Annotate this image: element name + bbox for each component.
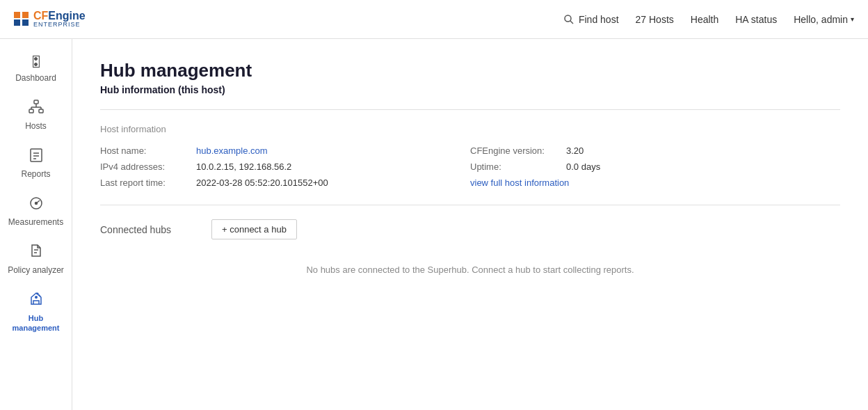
logo-engine: Engine (48, 10, 85, 22)
host-info-section-title: Host information (100, 124, 840, 134)
last-report-row: Last report time: 2022-03-28 05:52:20.10… (100, 178, 470, 188)
svg-point-14 (35, 203, 37, 205)
uptime-value: 0.0 days (566, 161, 600, 172)
sidebar-item-hosts[interactable]: Hosts (0, 91, 72, 139)
layout: 🎛 Dashboard Hosts (0, 39, 868, 410)
sidebar-item-label-policy-analyzer: Policy analyzer (8, 265, 64, 275)
hosts-icon (29, 100, 44, 118)
connect-hub-button[interactable]: + connect a hub (211, 219, 297, 239)
ipv4-label: IPv4 addresses: (100, 161, 191, 172)
divider-top (100, 109, 840, 110)
divider-hubs (100, 205, 840, 205)
svg-rect-9 (31, 149, 42, 161)
logo: CFEngine ENTERPRISE (14, 10, 86, 29)
svg-point-17 (35, 296, 38, 299)
host-name-value[interactable]: hub.example.com (196, 145, 268, 156)
logo-grid-icon (14, 12, 29, 26)
main-content: Hub management Hub information (this hos… (72, 39, 868, 410)
view-full-row: view full host information (470, 178, 840, 188)
sidebar: 🎛 Dashboard Hosts (0, 39, 72, 410)
sidebar-item-label-hub-management: Hub management (6, 313, 66, 333)
logo-cf: CF (33, 10, 48, 22)
uptime-label: Uptime: (470, 161, 561, 172)
reports-icon (29, 148, 44, 166)
connected-hubs-row: Connected hubs + connect a hub (100, 219, 840, 239)
logo-enterprise: ENTERPRISE (33, 22, 86, 29)
empty-hubs-message: No hubs are connected to the Superhub. C… (100, 251, 840, 289)
user-menu[interactable]: Hello, admin ▾ (794, 14, 854, 25)
ha-status-link[interactable]: HA status (735, 14, 777, 25)
cfengine-version-label: CFEngine version: (470, 145, 561, 156)
dashboard-icon: 🎛 (29, 54, 43, 70)
view-full-link[interactable]: view full host information (470, 178, 569, 188)
topbar-nav: Find host 27 Hosts Health HA status Hell… (563, 14, 854, 25)
last-report-label: Last report time: (100, 178, 191, 188)
sidebar-item-hub-management[interactable]: Hub management (0, 283, 72, 342)
find-host-button[interactable]: Find host (563, 14, 619, 25)
svg-rect-2 (34, 100, 38, 104)
sidebar-item-reports[interactable]: Reports (0, 139, 72, 187)
logo-text: CFEngine ENTERPRISE (33, 10, 86, 29)
sidebar-item-label-dashboard: Dashboard (15, 73, 56, 83)
search-icon (563, 14, 574, 25)
cfengine-version-row: CFEngine version: 3.20 (470, 145, 840, 156)
sidebar-item-label-reports: Reports (21, 169, 50, 179)
svg-line-1 (570, 21, 573, 24)
svg-rect-3 (29, 109, 33, 113)
host-info-grid: Host name: hub.example.com IPv4 addresse… (100, 145, 840, 188)
ipv4-value: 10.0.2.15, 192.168.56.2 (196, 161, 291, 172)
host-name-label: Host name: (100, 145, 191, 156)
ipv4-row: IPv4 addresses: 10.0.2.15, 192.168.56.2 (100, 161, 470, 172)
host-info-left: Host name: hub.example.com IPv4 addresse… (100, 145, 470, 188)
page-title: Hub management (100, 60, 840, 81)
sidebar-item-label-measurements: Measurements (8, 217, 63, 227)
uptime-row: Uptime: 0.0 days (470, 161, 840, 172)
page-subtitle: Hub information (this host) (100, 84, 840, 95)
topbar: CFEngine ENTERPRISE Find host 27 Hosts H… (0, 0, 868, 39)
hub-management-icon (29, 292, 44, 310)
health-link[interactable]: Health (691, 14, 718, 25)
sidebar-item-policy-analyzer[interactable]: Policy analyzer (0, 235, 72, 283)
cfengine-version-value: 3.20 (566, 145, 584, 156)
sidebar-item-label-hosts: Hosts (25, 121, 47, 131)
policy-analyzer-icon (29, 244, 43, 262)
connected-hubs-label: Connected hubs (100, 224, 198, 235)
svg-rect-4 (39, 109, 43, 113)
svg-point-0 (565, 15, 571, 22)
find-host-label: Find host (579, 14, 619, 25)
hosts-count[interactable]: 27 Hosts (636, 14, 674, 25)
last-report-value: 2022-03-28 05:52:20.101552+00 (196, 178, 328, 188)
sidebar-item-measurements[interactable]: Measurements (0, 187, 72, 235)
connected-hubs-section: Connected hubs + connect a hub No hubs a… (100, 205, 840, 289)
host-info-right: CFEngine version: 3.20 Uptime: 0.0 days … (470, 145, 840, 188)
measurements-icon (29, 196, 44, 214)
host-name-row: Host name: hub.example.com (100, 145, 470, 156)
sidebar-item-dashboard[interactable]: 🎛 Dashboard (0, 46, 72, 91)
chevron-down-icon: ▾ (851, 15, 854, 23)
